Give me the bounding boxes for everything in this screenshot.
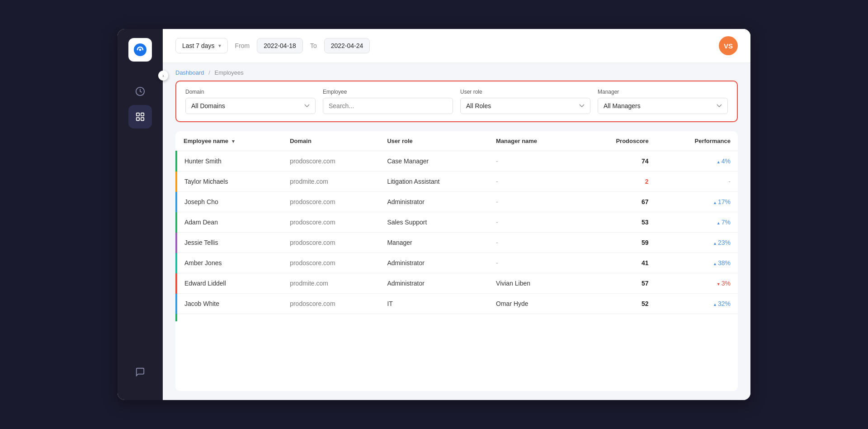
- cell-prodoscore: 52: [579, 294, 656, 314]
- table-row[interactable]: Jessie Tellisprodoscore.comManager-5923%: [176, 233, 738, 253]
- cell-user-role: Administrator: [380, 273, 489, 294]
- cell-performance: 32%: [656, 294, 738, 314]
- cell-prodoscore: 53: [579, 212, 656, 233]
- cell-user-role: Administrator: [380, 253, 489, 273]
- cell-user-role: Administrator: [380, 192, 489, 212]
- cell-prodoscore: 41: [579, 253, 656, 273]
- col-manager-name: Manager name: [489, 131, 579, 151]
- cell-domain: prodoscore.com: [283, 294, 380, 314]
- employee-label: Employee: [323, 89, 453, 95]
- manager-select[interactable]: All Managers: [598, 98, 728, 114]
- cell-manager-name: -: [489, 212, 579, 233]
- domain-select[interactable]: All Domains: [185, 98, 316, 114]
- employee-search-input[interactable]: [323, 98, 453, 114]
- logo[interactable]: [128, 38, 152, 62]
- cell-manager-name: -: [489, 192, 579, 212]
- table-row[interactable]: Edward Liddellprodmite.comAdministratorV…: [176, 273, 738, 294]
- cell-user-role: Litigation Assistant: [380, 172, 489, 192]
- performance-up-indicator: 17%: [713, 198, 731, 205]
- col-employee-name: Employee name ▾: [176, 131, 283, 151]
- main-content: Last 7 days ▾ From 2022-04-18 To 2022-04…: [163, 29, 750, 400]
- cell-employee-name: Edward Liddell: [176, 273, 283, 294]
- chevron-down-icon: ▾: [218, 43, 221, 49]
- cell-employee-name: Adam Dean: [176, 212, 283, 233]
- cell-employee-name: Hunter Smith: [176, 151, 283, 172]
- cell-employee-name: Taylor Michaels: [176, 172, 283, 192]
- cell-user-role: Case Manager: [380, 151, 489, 172]
- cell-manager-name: -: [489, 314, 579, 322]
- cell-employee-name: Amber Jones: [176, 253, 283, 273]
- cell-prodoscore: 2: [579, 172, 656, 192]
- table-row[interactable]: Jacob Whiteprodoscore.comITOmar Hyde5232…: [176, 294, 738, 314]
- table-row[interactable]: Hunter Smithprodoscore.comCase Manager-7…: [176, 151, 738, 172]
- cell-prodoscore: 59: [579, 233, 656, 253]
- cell-performance: 17%: [656, 192, 738, 212]
- performance-none-indicator: -: [728, 178, 731, 185]
- performance-up-indicator: 25%: [713, 320, 731, 321]
- table-row[interactable]: Taylor Michaelsprodmite.comLitigation As…: [176, 172, 738, 192]
- cell-performance: 23%: [656, 233, 738, 253]
- cell-prodoscore: 74: [579, 151, 656, 172]
- breadcrumb-current: Employees: [214, 69, 243, 76]
- from-label: From: [235, 42, 250, 49]
- user-role-label: User role: [460, 89, 590, 95]
- cell-manager-name: -: [489, 151, 579, 172]
- cell-prodoscore: 67: [579, 192, 656, 212]
- col-employee-name-label: Employee name: [184, 138, 228, 144]
- performance-up-indicator: 32%: [713, 300, 731, 307]
- user-role-select[interactable]: All Roles: [460, 98, 590, 114]
- cell-manager-name: -: [489, 253, 579, 273]
- performance-up-indicator: 4%: [717, 157, 731, 165]
- domain-filter-group: Domain All Domains: [185, 89, 316, 114]
- cell-performance: 4%: [656, 151, 738, 172]
- cell-domain: prodoscore.com: [283, 253, 380, 273]
- date-range-button[interactable]: Last 7 days ▾: [175, 38, 228, 53]
- user-avatar[interactable]: VS: [719, 36, 738, 55]
- performance-up-indicator: 7%: [717, 219, 731, 226]
- manager-filter-group: Manager All Managers: [598, 89, 728, 114]
- sidebar-item-employees[interactable]: [128, 105, 152, 129]
- table-body: Hunter Smithprodoscore.comCase Manager-7…: [176, 151, 738, 322]
- breadcrumb-separator: /: [208, 69, 210, 76]
- sidebar-toggle-button[interactable]: ›: [158, 71, 168, 81]
- col-prodoscore: Prodoscore: [579, 131, 656, 151]
- to-date-input[interactable]: 2022-04-24: [324, 38, 370, 53]
- domain-label: Domain: [185, 89, 316, 95]
- user-role-filter-group: User role All Roles: [460, 89, 590, 114]
- table-header: Employee name ▾ Domain User role Manager…: [176, 131, 738, 151]
- sidebar-feedback-icon[interactable]: [128, 360, 152, 384]
- cell-user-role: Manager: [380, 233, 489, 253]
- cell-manager-name: -: [489, 233, 579, 253]
- cell-domain: prodoscore.com: [283, 192, 380, 212]
- sort-icon[interactable]: ▾: [232, 138, 235, 144]
- filter-bar: Domain All Domains Employee User role Al…: [175, 81, 738, 122]
- cell-domain: prodmite.com: [283, 172, 380, 192]
- table-row[interactable]: Adam Deanprodoscore.comSales Support-537…: [176, 212, 738, 233]
- sidebar-item-dashboard[interactable]: [128, 80, 152, 103]
- cell-performance: 7%: [656, 212, 738, 233]
- cell-prodoscore: 57: [579, 273, 656, 294]
- performance-up-indicator: 38%: [713, 259, 731, 267]
- table-scroll-area[interactable]: Employee name ▾ Domain User role Manager…: [175, 131, 738, 321]
- cell-domain: prodoscore.com: [283, 314, 380, 322]
- employees-table-container: Employee name ▾ Domain User role Manager…: [175, 131, 738, 391]
- svg-rect-4: [141, 113, 144, 116]
- to-label: To: [310, 42, 317, 49]
- svg-rect-3: [137, 113, 139, 116]
- breadcrumb-dashboard-link[interactable]: Dashboard: [175, 69, 204, 76]
- cell-manager-name: Vivian Liben: [489, 273, 579, 294]
- app-container: ›: [118, 29, 750, 400]
- cell-employee-name: Jessie Tellis: [176, 233, 283, 253]
- table-row[interactable]: Amber Jonesprodoscore.comAdministrator-4…: [176, 253, 738, 273]
- employees-table: Employee name ▾ Domain User role Manager…: [175, 131, 738, 321]
- cell-user-role: Administrator: [380, 314, 489, 322]
- header: Last 7 days ▾ From 2022-04-18 To 2022-04…: [163, 29, 750, 63]
- col-user-role: User role: [380, 131, 489, 151]
- table-row[interactable]: John Collierprodoscore.comAdministrator-…: [176, 314, 738, 322]
- table-row[interactable]: Joseph Choprodoscore.comAdministrator-67…: [176, 192, 738, 212]
- cell-performance: 38%: [656, 253, 738, 273]
- cell-user-role: Sales Support: [380, 212, 489, 233]
- sidebar-bottom: [128, 360, 152, 391]
- col-performance: Performance: [656, 131, 738, 151]
- from-date-input[interactable]: 2022-04-18: [257, 38, 303, 53]
